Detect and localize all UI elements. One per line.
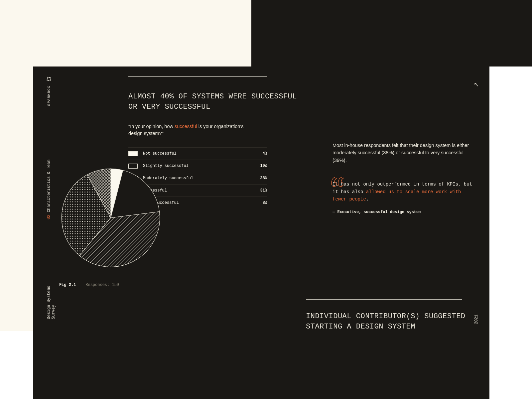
rule-top (128, 76, 267, 77)
responses-count: Responses: 159 (85, 283, 119, 287)
legend-label: Not successful (143, 151, 263, 156)
question-accent: successful (175, 124, 197, 129)
legend-value: 8% (263, 200, 267, 205)
narrative-paragraph: Most in-house respondents felt that thei… (332, 142, 475, 164)
survey-question: "In your opinion, how successful is your… (128, 123, 258, 138)
legend-value: 4% (263, 151, 267, 156)
svg-rect-0 (47, 77, 51, 81)
rule-section-2 (306, 299, 462, 300)
chart-title: ALMOST 40% OF SYSTEMS WERE SUCCESSFUL OR… (128, 92, 305, 112)
question-pre: "In your opinion, how (128, 124, 175, 129)
swatch-not-successful (128, 151, 138, 156)
brand-icon (47, 76, 51, 81)
legend-row: Not successful 4% (128, 147, 267, 160)
next-section-heading: INDIVIDUAL CONTRIBUTOR(S) SUGGESTED STAR… (306, 312, 472, 332)
report-page: SPARKBOX 02 Characteristics & Team Desig… (33, 66, 489, 399)
brand-logo: SPARKBOX (47, 76, 51, 106)
svg-rect-1 (48, 77, 50, 80)
legend-value: 19% (260, 164, 267, 168)
figure-caption: Fig 2.1 Responses: 159 (59, 283, 119, 287)
brand-text: SPARKBOX (47, 86, 51, 106)
pie-chart (59, 166, 162, 269)
pull-quote: It has not only outperformed in terms of… (332, 181, 475, 214)
survey-title: Design Systems Survey (47, 279, 56, 319)
quote-text: It has not only outperformed in terms of… (332, 181, 475, 203)
dark-bg-top (251, 0, 532, 66)
figure-number: Fig 2.1 (59, 283, 76, 287)
section-number: 02 (47, 215, 51, 219)
quote-post: . (366, 197, 369, 202)
section-label: 02 Characteristics & Team (47, 160, 51, 219)
quote-attribution: — Executive, successful design system (332, 210, 475, 214)
legend-value: 31% (260, 188, 267, 193)
quote-mark-icon (331, 176, 346, 190)
year-label: 2021 (474, 315, 479, 324)
legend-value: 38% (260, 176, 267, 181)
section-name: Characteristics & Team (47, 160, 51, 212)
